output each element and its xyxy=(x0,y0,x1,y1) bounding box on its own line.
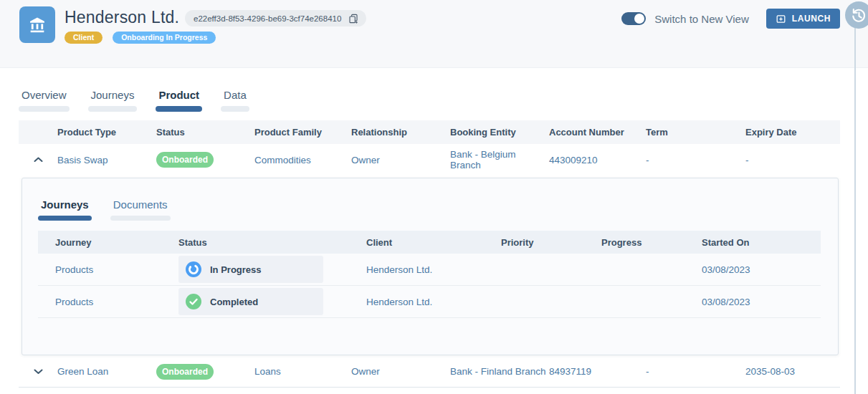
toggle-knob xyxy=(634,14,644,24)
relationship-cell: Owner xyxy=(351,366,450,377)
product-type-link[interactable]: Basis Swap xyxy=(57,155,156,165)
in-progress-icon xyxy=(186,261,201,277)
account-number-cell: 84937119 xyxy=(549,366,646,377)
journey-panel: Journeys Documents Journey Status Client… xyxy=(22,178,839,355)
col-expiry-date: Expiry Date xyxy=(745,127,840,138)
switch-view-toggle[interactable] xyxy=(621,12,646,25)
panel-tabs: Journeys Documents xyxy=(38,198,171,221)
panel-tab-documents[interactable]: Documents xyxy=(110,198,171,221)
journey-status-cell: In Progress xyxy=(178,256,366,283)
in-progress-chip: In Progress xyxy=(178,256,323,283)
tab-product-label: Product xyxy=(156,89,202,101)
panel-tab-journeys[interactable]: Journeys xyxy=(38,198,92,221)
tab-product[interactable]: Product xyxy=(156,89,202,112)
client-header: Henderson Ltd. e22eff3d-8f53-4296-be69-3… xyxy=(0,0,868,68)
term-cell: - xyxy=(646,366,745,377)
journey-table: Journey Status Client Priority Progress … xyxy=(38,231,821,318)
journey-client-link[interactable]: Henderson Ltd. xyxy=(366,264,501,275)
chevron-up-icon[interactable] xyxy=(19,157,57,163)
panel-tab-documents-label: Documents xyxy=(110,198,171,211)
onboarding-status-badge: Onboarding In Progress xyxy=(113,32,216,44)
copy-icon[interactable] xyxy=(348,13,359,24)
tab-journeys[interactable]: Journeys xyxy=(88,89,138,112)
status-cell: Onboarded xyxy=(156,152,254,168)
tab-overview[interactable]: Overview xyxy=(19,89,70,112)
journey-status-cell: Completed xyxy=(178,288,366,315)
panel-tab-journeys-label: Journeys xyxy=(38,198,92,211)
tab-product-underline xyxy=(156,106,202,112)
tab-data-label: Data xyxy=(221,89,249,101)
col-relationship: Relationship xyxy=(351,127,450,138)
tab-journeys-label: Journeys xyxy=(88,89,138,101)
launch-button[interactable]: LAUNCH xyxy=(766,9,840,29)
journey-status-label: In Progress xyxy=(210,264,262,275)
panel-tab-documents-underline xyxy=(110,216,171,221)
history-icon xyxy=(850,6,868,24)
product-table-header: Product Type Status Product Family Relat… xyxy=(19,120,840,144)
col-priority: Priority xyxy=(501,237,601,248)
journey-row-completed[interactable]: Products Completed Henderson Ltd. 03/08/… xyxy=(38,286,821,318)
col-product-family: Product Family xyxy=(254,127,351,138)
launch-button-label: LAUNCH xyxy=(792,14,831,24)
booking-entity-cell: Bank - Finland Branch xyxy=(450,366,549,377)
col-product-type: Product Type xyxy=(57,127,156,138)
client-type-badge: Client xyxy=(65,32,102,44)
col-started-on: Started On xyxy=(702,237,821,248)
client-id-pill: e22eff3d-8f53-4296-be69-3cf74e268410 xyxy=(185,10,366,27)
switch-view-label: Switch to New View xyxy=(654,13,748,25)
panel-tab-journeys-underline xyxy=(38,216,92,221)
completed-icon xyxy=(186,294,201,309)
journey-link[interactable]: Products xyxy=(38,264,178,275)
bank-icon xyxy=(19,6,55,43)
chevron-down-icon[interactable] xyxy=(19,369,57,375)
badge-row: Client Onboarding In Progress xyxy=(65,32,216,44)
onboarded-status-pill: Onboarded xyxy=(156,152,214,168)
completed-chip: Completed xyxy=(178,288,323,315)
status-cell: Onboarded xyxy=(156,364,254,380)
expiry-date-cell: - xyxy=(745,155,840,165)
col-journey: Journey xyxy=(38,237,178,248)
term-cell: - xyxy=(646,155,745,165)
col-progress: Progress xyxy=(601,237,702,248)
col-journey-status: Status xyxy=(178,237,366,248)
journey-client-link[interactable]: Henderson Ltd. xyxy=(366,297,501,307)
header-actions: Switch to New View LAUNCH xyxy=(621,9,840,29)
col-status: Status xyxy=(156,127,254,138)
tab-journeys-underline xyxy=(88,106,138,112)
account-number-cell: 443009210 xyxy=(549,155,646,165)
history-button[interactable] xyxy=(845,1,868,29)
main-tabs: Overview Journeys Product Data xyxy=(19,89,249,112)
onboarded-status-pill: Onboarded xyxy=(156,364,214,380)
client-id-value: e22eff3d-8f53-4296-be69-3cf74e268410 xyxy=(194,14,341,23)
tab-overview-underline xyxy=(19,106,70,112)
journey-started-on-cell: 03/08/2023 xyxy=(702,297,821,307)
relationship-cell: Owner xyxy=(351,155,450,165)
product-table: Product Type Status Product Family Relat… xyxy=(19,120,840,388)
col-booking-entity: Booking Entity xyxy=(450,127,549,138)
col-term: Term xyxy=(646,127,745,138)
expiry-date-cell: 2035-08-03 xyxy=(745,366,840,377)
col-client: Client xyxy=(366,237,501,248)
product-family-cell: Loans xyxy=(254,366,351,377)
product-row-basis-swap[interactable]: Basis Swap Onboarded Commodities Owner B… xyxy=(19,144,840,176)
scrollbar-track[interactable] xyxy=(854,27,856,394)
page-title: Henderson Ltd. xyxy=(65,8,179,27)
product-family-cell: Commodities xyxy=(254,155,351,165)
tab-data-underline xyxy=(221,106,249,112)
folder-plus-icon xyxy=(776,14,786,24)
journey-link[interactable]: Products xyxy=(38,297,178,307)
tab-overview-label: Overview xyxy=(19,89,70,101)
journey-status-label: Completed xyxy=(210,297,258,307)
booking-entity-cell: Bank - Belgium Branch xyxy=(450,149,549,170)
journey-row-in-progress[interactable]: Products In Progress Henderson Ltd. 03/0… xyxy=(38,254,821,286)
tab-data[interactable]: Data xyxy=(221,89,249,112)
col-account-number: Account Number xyxy=(549,127,646,138)
journey-started-on-cell: 03/08/2023 xyxy=(702,264,821,275)
journey-table-header: Journey Status Client Priority Progress … xyxy=(38,231,821,254)
product-type-link[interactable]: Green Loan xyxy=(57,366,156,377)
product-row-green-loan[interactable]: Green Loan Onboarded Loans Owner Bank - … xyxy=(19,356,840,388)
